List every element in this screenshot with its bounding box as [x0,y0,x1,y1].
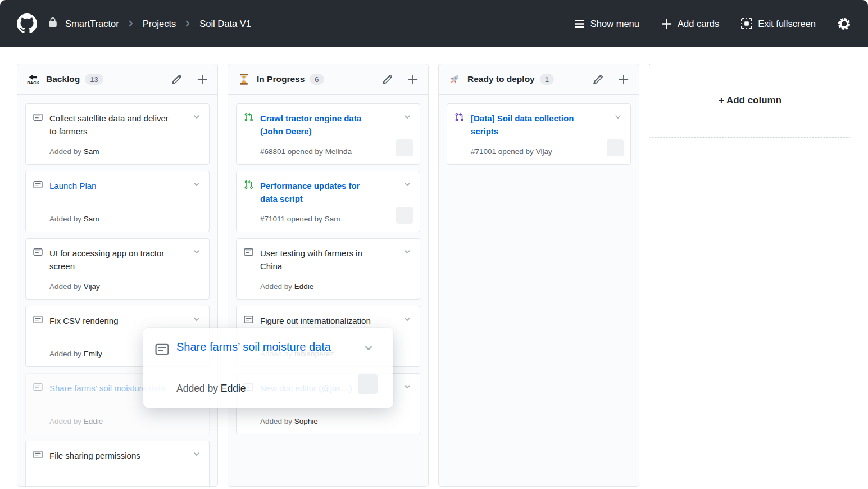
card-title-link[interactable]: Crawl tractor engine data (John Deere) [260,112,375,138]
settings-gear-button[interactable] [837,17,851,31]
edit-column-button[interactable] [593,74,603,85]
project-card[interactable]: Performance updates for data script#7101… [236,171,420,232]
card-meta-name: Emily [84,350,102,358]
github-logo-icon[interactable] [17,13,37,34]
card-meta-prefix: Added by [49,485,81,487]
avatar-placeholder [396,207,413,224]
chevron-down-icon[interactable] [403,315,412,324]
add-cards-button[interactable]: Add cards [661,18,719,30]
card-meta-name: fabianperez [84,485,124,487]
card-meta-prefix: Added by [49,215,81,223]
card-meta-name: Sam [84,147,99,156]
card-meta: Added by Vijay [49,282,100,291]
project-card[interactable]: User testing with farmers in ChinaAdded … [236,238,420,300]
card-meta: Added by Sam [49,147,99,156]
avatar-placeholder [358,374,378,394]
project-card[interactable]: UI for accessing app on tractor screenAd… [25,238,210,300]
chevron-right-icon [126,19,135,28]
chevron-down-icon[interactable] [192,315,201,324]
exit-fullscreen-label: Exit fullscreen [758,19,816,29]
card-meta-prefix: Added by [260,417,292,425]
note-icon [244,315,253,324]
rocket-emoji-icon [448,73,461,85]
show-menu-button[interactable]: Show menu [574,18,639,30]
add-card-button[interactable] [407,74,419,85]
card-meta-prefix: Added by [49,282,81,291]
card-meta-name: Eddie [294,282,314,291]
card-title-link[interactable]: [Data] Soil data collection scripts [471,112,586,138]
add-card-button[interactable] [618,74,629,85]
add-card-button[interactable] [197,74,208,85]
project-card[interactable]: [Data] Soil data collection scripts#7100… [447,103,631,165]
column-count-badge: 1 [540,74,554,85]
note-icon [33,247,43,257]
card-title: Collect satellite data and deliver to fa… [49,112,172,138]
card-title-link[interactable]: Performance updates for data script [260,179,375,206]
header-actions: Show menu Add cards [574,17,851,31]
note-icon [33,180,43,189]
chevron-down-icon[interactable] [192,180,201,189]
card-meta: #68801 opened by Melinda [260,147,352,156]
avatar-placeholder [607,139,624,156]
card-meta-prefix: Added by [176,383,218,394]
svg-text:BACK: BACK [27,80,39,85]
column-title: Ready to deploy [467,74,535,84]
exit-fullscreen-button[interactable]: Exit fullscreen [740,17,816,30]
chevron-down-icon[interactable] [403,382,412,391]
card-title-link[interactable]: Share farms’ soil moisture data [176,338,337,355]
dragged-card[interactable]: Share farms’ soil moisture data Added by… [143,328,393,408]
project-card[interactable]: Collect satellite data and deliver to fa… [25,103,210,165]
project-card[interactable]: Crawl tractor engine data (John Deere)#6… [236,103,420,165]
project-card[interactable]: Launch PlanAdded by Sam [25,171,210,232]
breadcrumb-projects-link[interactable]: Projects [143,19,176,29]
chevron-down-icon[interactable] [403,112,412,121]
chevron-down-icon[interactable] [362,342,375,354]
note-icon [33,112,43,122]
card-title: Fix CSV rendering [49,314,172,327]
plus-icon [661,18,672,30]
card-meta-prefix: #71011 opened by [260,215,322,223]
breadcrumb-repo-link[interactable]: SmartTractor [65,19,119,29]
card-meta: Added by Eddie [49,417,103,425]
chevron-down-icon[interactable] [192,112,201,121]
back-emoji-icon: BACK [27,73,39,85]
column-actions [171,74,208,85]
breadcrumb-project-name: Soil Data V1 [199,19,251,29]
column-count-badge: 13 [85,74,103,85]
edit-column-button[interactable] [171,74,182,85]
card-meta-prefix: #68801 opened by [260,147,323,156]
board-column: Ready to deploy1[Data] Soil data collect… [438,64,639,487]
add-cards-label: Add cards [678,19,719,29]
card-meta: Added by Sophie [260,417,318,425]
note-icon [33,450,43,459]
project-card[interactable]: File sharing permissionsAdded by fabianp… [25,441,210,487]
chevron-down-icon[interactable] [192,450,201,459]
card-title-link[interactable]: Launch Plan [49,179,172,192]
project-board: BACKBacklog13Collect satellite data and … [0,47,868,487]
card-title: User testing with farmers in China [260,247,383,273]
card-meta-name: Eddie [221,383,246,394]
column-title: In Progress [257,74,305,84]
chevron-down-icon[interactable] [192,247,201,256]
card-meta: Added by fabianperez [49,485,123,487]
avatar-placeholder [396,139,413,156]
card-meta-name: Sophie [294,417,318,425]
card-meta-prefix: Added by [49,417,81,425]
note-icon [33,315,43,324]
pull-request-icon [455,112,464,122]
chevron-down-icon[interactable] [613,112,622,121]
column-title: Backlog [46,74,80,84]
add-column-button[interactable]: + Add column [649,64,851,138]
hourglass-emoji-icon [238,73,250,85]
card-title: File sharing permissions [49,449,172,462]
column-header: In Progress6 [228,64,428,95]
screen-normal-icon [740,17,753,30]
chevron-down-icon[interactable] [403,180,412,189]
edit-column-button[interactable] [382,74,393,85]
card-meta-name: Sam [84,215,99,223]
chevron-down-icon[interactable] [403,247,412,256]
chevron-right-icon [183,19,192,28]
board-column: In Progress6Crawl tractor engine data (J… [228,64,429,487]
column-actions [593,74,629,85]
column-cards: Collect satellite data and deliver to fa… [17,95,217,487]
